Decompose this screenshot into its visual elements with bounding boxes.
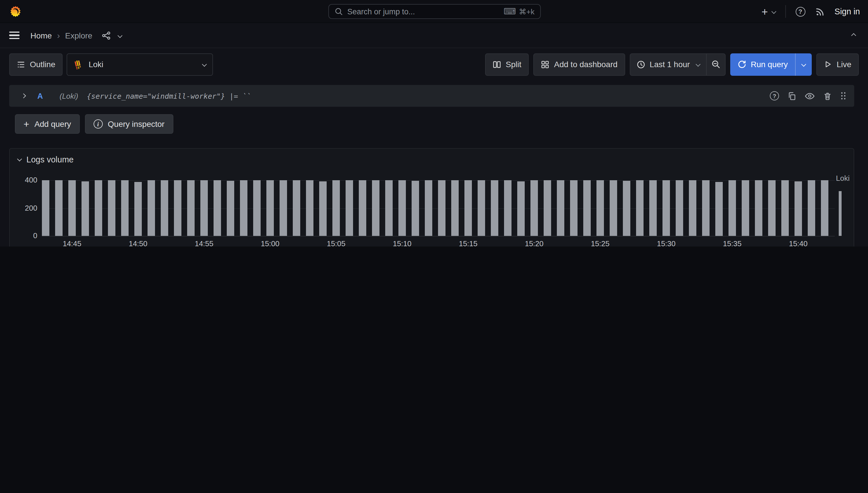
query-editor-row: A (Loki) {service_name="windmill-worker"…	[9, 85, 854, 107]
chart-bar	[108, 180, 115, 236]
add-query-button[interactable]: + Add query	[15, 114, 80, 134]
x-axis-line	[42, 236, 835, 236]
chart-bar	[517, 181, 525, 236]
split-button[interactable]: Split	[485, 53, 529, 76]
copy-query-icon[interactable]	[788, 91, 796, 100]
chart-bar	[583, 180, 591, 236]
live-button[interactable]: Live	[817, 53, 859, 76]
chart-bar	[293, 180, 300, 236]
grafana-logo[interactable]	[9, 5, 22, 18]
chart-bar	[319, 181, 327, 236]
x-axis-label: 15:30	[646, 239, 686, 246]
chart-bar	[839, 191, 842, 236]
chevron-down-icon	[17, 157, 22, 162]
loki-logo-icon	[74, 59, 84, 69]
expand-query-icon[interactable]	[21, 93, 26, 99]
chart-bar	[306, 180, 314, 236]
x-axis-label: 14:50	[118, 239, 158, 246]
toggle-visibility-eye-icon[interactable]	[805, 92, 814, 100]
x-axis-label: 15:15	[448, 239, 488, 246]
chart-bar	[623, 181, 630, 236]
chart-bar	[649, 180, 657, 236]
chart-bar	[715, 182, 723, 236]
chart-bar	[676, 180, 683, 236]
chart-bar	[557, 180, 564, 236]
search-input[interactable]: Search or jump to... ⌨ ⌘+k	[329, 4, 541, 19]
chart-bar	[742, 180, 749, 236]
chart-bar	[808, 180, 815, 236]
query-inspector-button[interactable]: i Query inspector	[85, 114, 173, 134]
chart-bar	[95, 180, 102, 236]
run-query-dropdown[interactable]	[796, 53, 812, 76]
chart-bar	[121, 180, 129, 236]
chart-bar	[821, 180, 828, 236]
sign-in-link[interactable]: Sign in	[834, 7, 860, 16]
chart-bar	[530, 180, 538, 236]
chart-bar	[781, 180, 789, 236]
logs-volume-title: Logs volume	[26, 155, 73, 164]
logs-volume-header[interactable]: Logs volume	[18, 155, 73, 164]
chart-bar	[214, 180, 221, 236]
explore-toolbar: Outline Loki	[0, 53, 868, 76]
chart-bar	[161, 180, 168, 236]
news-rss-icon[interactable]	[815, 6, 825, 16]
chart-bar	[55, 180, 63, 236]
run-query-button[interactable]: Run query	[730, 53, 795, 76]
x-axis-label: 15:10	[382, 239, 422, 246]
chart-bar	[425, 180, 432, 236]
chart-bar	[662, 180, 670, 236]
apps-grid-icon	[541, 60, 549, 69]
datasource-name: Loki	[89, 60, 103, 69]
search-placeholder: Search or jump to...	[347, 7, 415, 16]
query-actions: + Add query i Query inspector	[15, 114, 173, 134]
new-menu-button[interactable]: +	[762, 6, 775, 17]
share-icon[interactable]	[102, 31, 111, 40]
x-axis-label: 15:40	[778, 239, 818, 246]
clock-icon	[636, 60, 645, 69]
time-range-picker: Last 1 hour	[630, 53, 725, 76]
delete-query-trash-icon[interactable]	[823, 91, 832, 100]
chart-bar	[68, 180, 76, 236]
breadcrumb-home[interactable]: Home	[30, 31, 52, 40]
add-to-dashboard-button[interactable]: Add to dashboard	[533, 53, 625, 76]
chart-bar	[187, 180, 195, 236]
chart-bar	[438, 180, 445, 236]
chart-bar	[464, 180, 472, 236]
zoom-out-button[interactable]	[706, 53, 725, 75]
keyboard-icon: ⌨	[504, 6, 516, 17]
query-help-icon[interactable]: ?	[770, 91, 779, 101]
sync-icon	[737, 60, 746, 69]
chart-bar	[768, 180, 776, 236]
chart-bar	[610, 180, 617, 236]
chart-bar	[359, 180, 366, 236]
chart-bar	[702, 180, 710, 236]
chevron-down-icon	[771, 9, 776, 14]
drag-handle-icon[interactable]	[841, 91, 846, 101]
play-icon	[824, 60, 832, 68]
chart-bar	[200, 180, 208, 236]
chart-bar	[398, 180, 406, 236]
collapse-section-icon[interactable]	[851, 33, 856, 38]
x-axis-label: 14:45	[52, 239, 92, 246]
outline-icon	[17, 60, 25, 69]
datasource-picker[interactable]: Loki	[67, 53, 213, 76]
query-ref-id: A	[37, 91, 43, 100]
chart-bar	[134, 182, 142, 236]
grafana-explore-page: Search or jump to... ⌨ ⌘+k + ? Sign in	[0, 0, 868, 246]
menu-hamburger-icon[interactable]	[9, 31, 20, 39]
chart-bar	[372, 180, 379, 236]
breadcrumb-current: Explore	[65, 31, 92, 40]
query-preview[interactable]: {service_name="windmill-worker"} |= ``	[87, 91, 251, 100]
chart-bar	[227, 181, 234, 236]
chart-bar	[280, 180, 287, 236]
chart-bar	[411, 181, 419, 236]
breadcrumb-row: Home › Explore	[0, 23, 868, 48]
keyboard-shortcut-hint: ⌨ ⌘+k	[504, 6, 535, 17]
x-axis-label: 15:00	[250, 239, 290, 246]
chart-bar	[544, 180, 551, 236]
time-range-button[interactable]: Last 1 hour	[630, 60, 706, 69]
chevron-down-icon[interactable]	[118, 33, 122, 38]
x-axis-label: 15:05	[316, 239, 356, 246]
outline-button[interactable]: Outline	[9, 53, 63, 76]
help-icon[interactable]: ?	[796, 6, 805, 16]
